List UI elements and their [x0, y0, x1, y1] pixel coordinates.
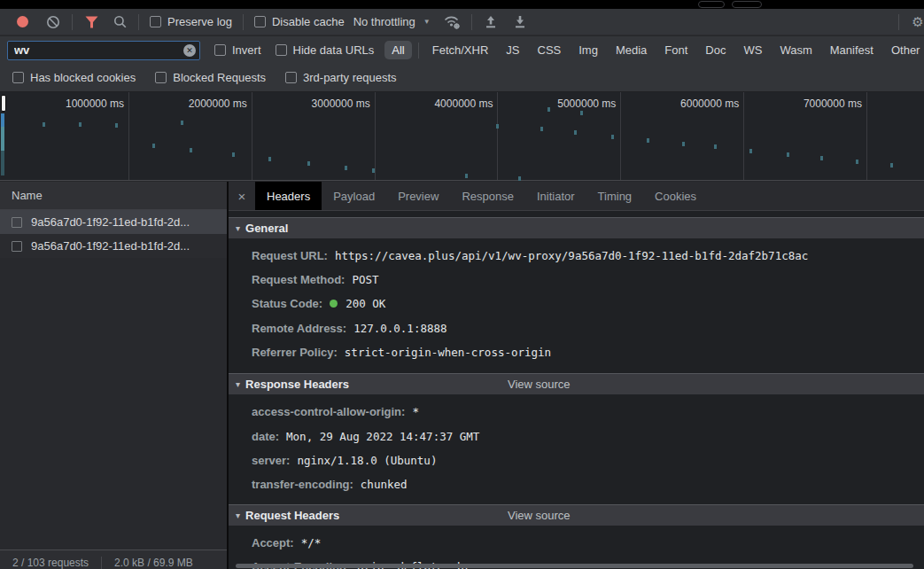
hide-data-urls-checkbox[interactable]: [276, 44, 287, 56]
field-server: server: nginx/1.18.0 (Ubuntu): [229, 448, 924, 472]
invert-checkbox[interactable]: [214, 44, 226, 56]
status-ok-icon: [330, 300, 338, 308]
request-row[interactable]: 9a56a7d0-1f92-11ed-b1fd-2d...: [0, 210, 227, 234]
hide-data-urls-toggle[interactable]: Hide data URLs: [276, 43, 375, 57]
timeline-drag-handle[interactable]: [1, 95, 6, 112]
pill-other[interactable]: Other: [884, 41, 924, 59]
blocked-requests-toggle[interactable]: Blocked Requests: [155, 71, 266, 84]
toolbar-divider: [72, 14, 73, 30]
date-label: date:: [252, 430, 279, 443]
file-icon: [12, 241, 22, 252]
pill-doc[interactable]: Doc: [698, 41, 733, 59]
requests-count: 2 / 103 requests: [0, 557, 101, 569]
invert-toggle[interactable]: Invert: [214, 43, 261, 57]
filter-bar: ✕ Invert Hide data URLs All Fetch/XHR JS…: [0, 36, 924, 64]
ghost-button: [698, 1, 725, 8]
name-column-label: Name: [12, 189, 43, 202]
toolbar-divider: [138, 14, 139, 30]
close-icon[interactable]: ×: [229, 182, 255, 210]
search-button[interactable]: [108, 11, 131, 34]
tab-preview[interactable]: Preview: [386, 182, 450, 210]
pill-all[interactable]: All: [384, 41, 411, 59]
transfer-encoding-label: transfer-encoding:: [252, 478, 353, 491]
disable-cache-checkbox[interactable]: [254, 16, 266, 27]
pill-media[interactable]: Media: [609, 41, 654, 59]
response-headers-section-header[interactable]: ▾ Response Headers View source: [229, 373, 924, 394]
response-view-source-link[interactable]: View source: [508, 378, 571, 391]
tab-cookies[interactable]: Cookies: [643, 182, 708, 210]
tab-initiator[interactable]: Initiator: [525, 182, 586, 210]
pill-img[interactable]: Img: [571, 41, 605, 59]
has-blocked-cookies-toggle[interactable]: Has blocked cookies: [12, 71, 136, 84]
request-method-value: POST: [352, 273, 378, 286]
search-icon: [113, 15, 127, 28]
filter-input-wrap: ✕: [7, 41, 200, 60]
pill-manifest[interactable]: Manifest: [823, 41, 881, 59]
import-har-button[interactable]: [479, 11, 502, 34]
request-view-source-link[interactable]: View source: [508, 509, 571, 522]
tab-timing[interactable]: Timing: [586, 182, 644, 210]
pill-wasm[interactable]: Wasm: [773, 41, 819, 59]
tab-payload[interactable]: Payload: [322, 182, 386, 210]
blocked-requests-checkbox[interactable]: [155, 72, 167, 83]
activity-dot: [268, 157, 271, 161]
activity-dot: [372, 168, 375, 173]
timeline-gridline: [497, 92, 498, 180]
activity-dot: [465, 174, 468, 178]
activity-dot: [518, 176, 521, 181]
record-button[interactable]: [11, 11, 34, 34]
settings-button[interactable]: ⚙: [906, 11, 924, 34]
pill-js[interactable]: JS: [499, 41, 526, 59]
activity-dot: [647, 138, 649, 143]
remote-address-value: 127.0.0.1:8888: [353, 322, 446, 335]
name-column-header[interactable]: Name: [0, 182, 227, 210]
transferred-size: 2.0 kB / 69.9 MB: [101, 557, 206, 569]
accept-value: */*: [301, 536, 322, 550]
filter-input[interactable]: [8, 42, 199, 59]
clear-button[interactable]: [42, 11, 65, 34]
third-party-requests-toggle[interactable]: 3rd-party requests: [285, 71, 397, 84]
activity-dot: [749, 149, 752, 153]
request-method-label: Request Method:: [252, 273, 345, 286]
preserve-log-checkbox[interactable]: [150, 16, 161, 27]
has-blocked-cookies-checkbox[interactable]: [12, 72, 24, 83]
horizontal-scrollbar-thumb[interactable]: [236, 564, 913, 568]
network-conditions-button[interactable]: [441, 11, 464, 34]
request-name: 9a56a7d0-1f92-11ed-b1fd-2d...: [31, 239, 190, 253]
tab-response[interactable]: Response: [450, 182, 525, 210]
requests-panel: Name 9a56a7d0-1f92-11ed-b1fd-2d... 9a56a…: [0, 182, 229, 569]
accept-label: Accept:: [252, 536, 294, 550]
general-title: General: [245, 222, 288, 235]
request-headers-section-header[interactable]: ▾ Request Headers View source: [229, 504, 924, 526]
server-value: nginx/1.18.0 (Ubuntu): [297, 454, 437, 467]
activity-dot: [79, 122, 82, 127]
general-section-header[interactable]: ▾ General: [229, 217, 924, 238]
timeline-gridline: [743, 92, 744, 180]
timeline-gridline: [866, 92, 867, 180]
disable-cache-toggle[interactable]: Disable cache: [254, 15, 345, 28]
toolbar-divider: [471, 14, 472, 30]
request-row[interactable]: 9a56a7d0-1f92-11ed-b1fd-2d...: [0, 234, 227, 258]
export-har-button[interactable]: [509, 11, 532, 34]
network-overview-timeline[interactable]: 1000000 ms2000000 ms3000000 ms4000000 ms…: [0, 92, 924, 181]
filter-toggle-button[interactable]: [80, 11, 103, 34]
request-headers-title: Request Headers: [245, 509, 339, 522]
third-party-requests-checkbox[interactable]: [285, 72, 297, 83]
activity-dot: [714, 144, 717, 149]
clear-filter-icon[interactable]: ✕: [183, 44, 196, 57]
field-status-code: Status Code: 200 OK: [229, 292, 924, 316]
request-detail-panel: × Headers Payload Preview Response Initi…: [229, 182, 924, 569]
timeline-tick-label: 4000000 ms: [386, 97, 493, 110]
pill-font[interactable]: Font: [657, 41, 695, 59]
pill-css[interactable]: CSS: [531, 41, 569, 59]
request-url-value: https://cavea.plus/api/v1/wv-proxy/9a56a…: [335, 249, 808, 262]
pill-ws[interactable]: WS: [736, 41, 769, 59]
referrer-policy-value: strict-origin-when-cross-origin: [345, 346, 551, 359]
tab-headers[interactable]: Headers: [255, 182, 322, 210]
preserve-log-toggle[interactable]: Preserve log: [150, 15, 232, 28]
throttling-dropdown[interactable]: No throttling ▼: [353, 15, 431, 28]
activity-dot: [682, 142, 685, 146]
wifi-gear-icon: [444, 15, 461, 29]
browser-chrome-strip: [0, 0, 924, 9]
pill-fetch-xhr[interactable]: Fetch/XHR: [425, 41, 496, 59]
